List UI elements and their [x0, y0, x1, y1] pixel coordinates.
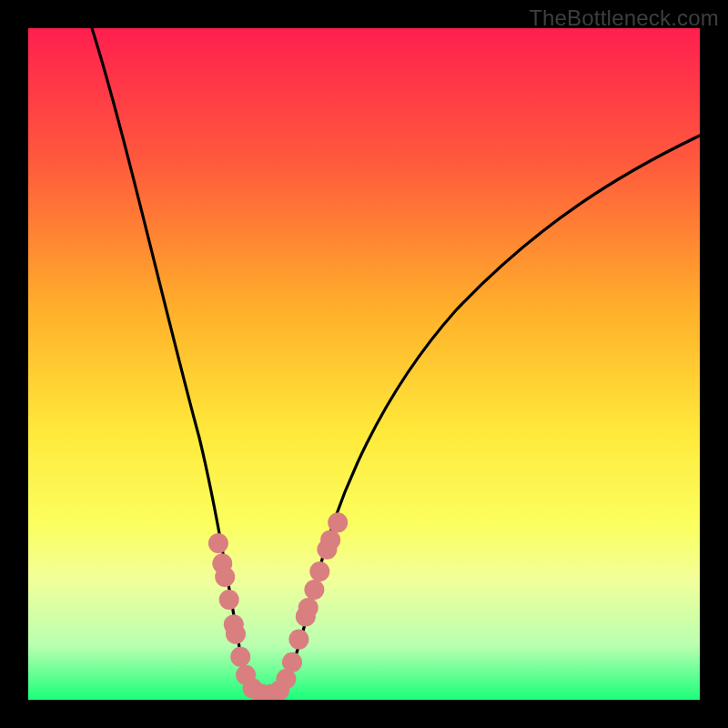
- dot: [215, 567, 235, 587]
- dot: [219, 590, 239, 610]
- dot: [298, 598, 318, 618]
- plot-area: [28, 28, 700, 700]
- dot: [320, 530, 340, 550]
- dot: [282, 652, 302, 672]
- watermark-text: TheBottleneck.com: [529, 5, 719, 31]
- chart-svg: [28, 28, 700, 700]
- curve-right-branch: [278, 136, 700, 696]
- dot: [288, 630, 308, 650]
- dot: [208, 533, 228, 553]
- dot-overlay-group: [208, 512, 348, 700]
- outer-frame: TheBottleneck.com: [0, 0, 728, 728]
- dot: [309, 561, 329, 581]
- curve-group: [92, 28, 700, 697]
- dot: [328, 512, 348, 532]
- dot: [226, 624, 246, 644]
- dot: [304, 580, 324, 600]
- dot: [230, 647, 250, 667]
